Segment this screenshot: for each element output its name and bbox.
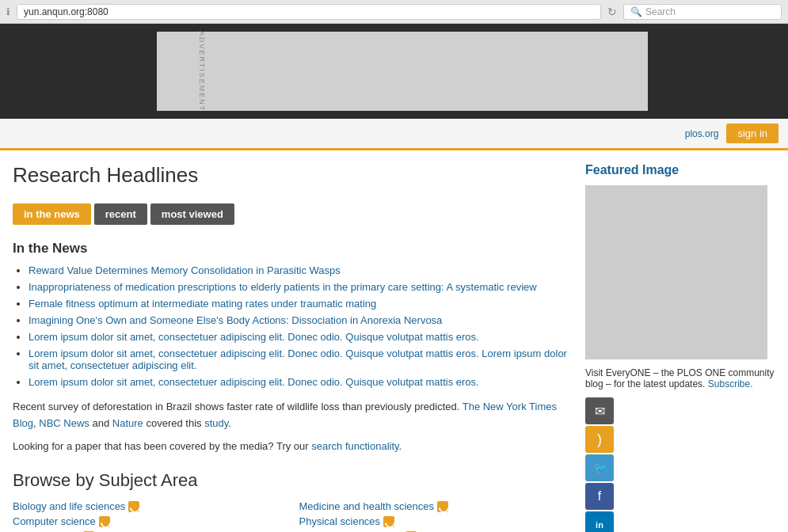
news-link[interactable]: Imagining One's Own and Someone Else's B… (29, 314, 442, 326)
browse-link[interactable]: Physical sciences (299, 515, 381, 527)
tab-bar: in the news recent most viewed (13, 203, 569, 225)
sidebar: Featured Image Visit EveryONE – the PLOS… (585, 163, 775, 532)
tab-recent[interactable]: recent (94, 203, 147, 225)
browse-title: Browse by Subject Area (13, 470, 569, 491)
linkedin-social-button[interactable]: in (585, 511, 614, 532)
featured-title: Featured Image (585, 163, 775, 177)
rss-icon[interactable] (128, 501, 139, 512)
list-item: Female fitness optimum at intermediate m… (29, 298, 569, 310)
content-area: Research Headlines in the news recent mo… (13, 163, 569, 532)
featured-image (585, 185, 767, 359)
browse-link[interactable]: Computer science (13, 515, 96, 527)
news-para2-prefix: Looking for a paper that has been covere… (13, 440, 309, 452)
search-functionality-link[interactable]: search functionality (311, 440, 398, 452)
news-link[interactable]: Inappropriateness of medication prescrip… (29, 281, 537, 293)
browse-link[interactable]: Medicine and health sciences (299, 500, 435, 512)
news-para1-suffix: covered this (146, 417, 204, 429)
list-item: Lorem ipsum dolor sit amet, consectetuer… (29, 376, 569, 388)
nbc-link[interactable]: NBC News (39, 417, 89, 429)
news-link[interactable]: Lorem ipsum dolor sit amet, consectetuer… (29, 376, 479, 388)
list-item: Lorem ipsum dolor sit amet, consectetuer… (29, 331, 569, 343)
section-title: In the News (13, 241, 569, 256)
tab-in-the-news[interactable]: in the news (13, 203, 91, 225)
rss-social-button[interactable]: ) (585, 426, 614, 453)
browser-search-bar[interactable]: 🔍 Search (623, 4, 782, 20)
subscribe-link[interactable]: Subscribe. (708, 378, 753, 390)
list-item: Imagining One's Own and Someone Else's B… (29, 314, 569, 326)
top-nav: plos.org sign in (0, 119, 788, 150)
browse-column-left: Biology and life sciencesComputer scienc… (13, 500, 284, 532)
ad-banner: ADVERTISEMENT (0, 24, 788, 119)
list-item: Reward Value Determines Memory Consolida… (29, 264, 569, 276)
browse-link[interactable]: Biology and life sciences (13, 500, 125, 512)
news-link[interactable]: Reward Value Determines Memory Consolida… (29, 264, 341, 276)
browse-item: Physical sciences (299, 515, 570, 527)
browse-item: Medicine and health sciences (299, 500, 570, 512)
twitter-social-button[interactable]: 🐦 (585, 454, 614, 481)
news-para1-and: and (92, 417, 112, 429)
browser-search-label: Search (645, 6, 676, 17)
list-item: Lorem ipsum dolor sit amet, consectetuer… (29, 348, 569, 371)
tab-most-viewed[interactable]: most viewed (150, 203, 234, 225)
study-link[interactable]: study (204, 417, 228, 429)
list-item: Inappropriateness of medication prescrip… (29, 281, 569, 293)
featured-text: Visit EveryONE – the PLOS ONE community … (585, 367, 775, 390)
main-container: Research Headlines in the news recent mo… (0, 150, 788, 532)
sign-in-button[interactable]: sign in (726, 124, 778, 143)
facebook-social-button[interactable]: f (585, 483, 614, 510)
news-link[interactable]: Lorem ipsum dolor sit amet, consectetuer… (29, 348, 567, 371)
info-icon: ℹ (6, 6, 10, 17)
news-paragraph-2: Looking for a paper that has been covere… (13, 439, 569, 455)
nature-link[interactable]: Nature (112, 417, 143, 429)
advertisement-label: ADVERTISEMENT (198, 24, 206, 119)
search-icon: 🔍 (630, 6, 642, 17)
social-icons: ✉ ) 🐦 f in (585, 397, 775, 532)
news-link[interactable]: Female fitness optimum at intermediate m… (29, 298, 376, 310)
ad-content (157, 32, 648, 111)
page-title: Research Headlines (13, 163, 569, 188)
browse-item: Biology and life sciences (13, 500, 284, 512)
refresh-icon[interactable]: ↻ (607, 6, 617, 18)
rss-icon[interactable] (383, 516, 394, 527)
email-social-button[interactable]: ✉ (585, 397, 614, 424)
news-list: Reward Value Determines Memory Consolida… (13, 264, 569, 388)
url-bar[interactable]: yun.anqun.org:8080 (17, 4, 601, 20)
browser-bar: ℹ yun.anqun.org:8080 ↻ 🔍 Search (0, 0, 788, 24)
plos-link[interactable]: plos.org (685, 128, 719, 139)
browse-grid: Biology and life sciencesComputer scienc… (13, 500, 569, 532)
news-link[interactable]: Lorem ipsum dolor sit amet, consectetuer… (29, 331, 479, 343)
browse-column-right: Medicine and health sciencesPhysical sci… (299, 500, 570, 532)
rss-icon[interactable] (99, 516, 110, 527)
news-paragraph-1: Recent survey of deforestation in Brazil… (13, 399, 569, 432)
news-para1-prefix: Recent survey of deforestation in Brazil… (13, 401, 459, 412)
rss-icon[interactable] (437, 501, 448, 512)
browse-item: Computer science (13, 515, 284, 527)
